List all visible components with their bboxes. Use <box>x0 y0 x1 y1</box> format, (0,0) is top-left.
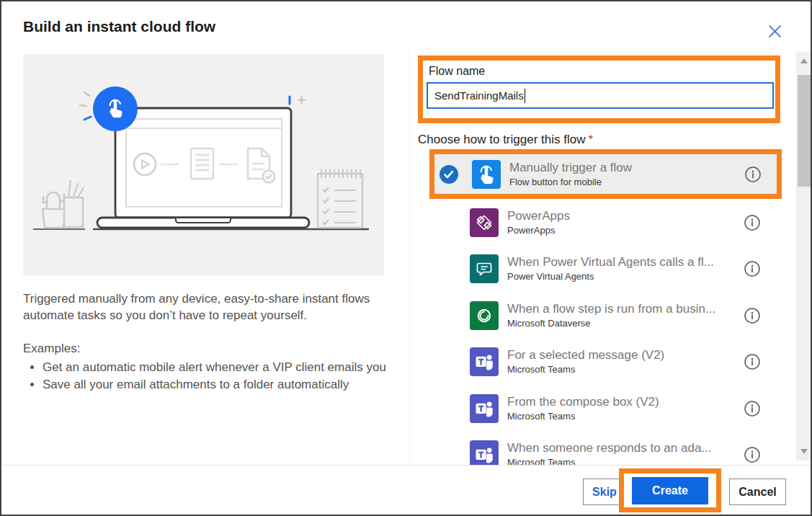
teams-icon <box>470 347 499 376</box>
trigger-list: PowerApps PowerApps When Power Virtual A… <box>434 205 777 465</box>
trigger-subtitle: Power Virtual Agents <box>507 271 714 283</box>
selected-trigger-slot: Manually trigger a flow Flow button for … <box>434 154 777 194</box>
teams-icon <box>470 394 499 423</box>
flow-illustration <box>23 54 384 275</box>
info-icon[interactable] <box>744 354 760 370</box>
trigger-subtitle: Microsoft Teams <box>507 364 664 375</box>
trigger-option[interactable]: PowerApps PowerApps <box>434 205 777 239</box>
selected-check-icon <box>440 165 458 184</box>
scrollbar-track[interactable] <box>796 52 812 461</box>
trigger-subtitle: Microsoft Dataverse <box>507 318 715 329</box>
trigger-title: When someone responds to an ada... <box>507 441 712 455</box>
manual-trigger-tap-icon <box>472 160 501 189</box>
footer-separator <box>1 465 812 466</box>
trigger-option[interactable]: For a selected message (V2) Microsoft Te… <box>434 345 777 379</box>
flow-description-block: Triggered manually from any device, easy… <box>23 291 408 395</box>
close-icon <box>768 25 782 38</box>
trigger-title: When a flow step is run from a busin... <box>507 302 715 316</box>
panel-divider <box>409 52 410 465</box>
trigger-subtitle: Microsoft Teams <box>507 411 659 422</box>
example-item: Get an automatic mobile alert whenever a… <box>43 360 408 376</box>
create-button[interactable]: Create <box>632 477 708 504</box>
flow-name-input[interactable]: SendTrainingMails <box>427 82 774 109</box>
trigger-subtitle: Flow button for mobile <box>509 177 632 188</box>
dataverse-icon <box>470 301 499 330</box>
trigger-option[interactable]: Manually trigger a flow Flow button for … <box>434 154 777 194</box>
text-caret <box>525 89 525 103</box>
powerapps-icon <box>470 208 499 237</box>
info-icon[interactable] <box>744 215 760 231</box>
trigger-title: For a selected message (V2) <box>507 348 664 362</box>
selected-trigger-annotation: Manually trigger a flow Flow button for … <box>429 149 782 199</box>
info-icon[interactable] <box>745 166 761 182</box>
scrollbar-down-arrow[interactable] <box>800 449 808 454</box>
trigger-option[interactable]: When someone responds to an ada... Micro… <box>434 438 777 466</box>
required-marker: * <box>588 133 593 146</box>
create-button-annotation: Create <box>619 468 721 512</box>
power-virtual-agents-chat-icon <box>470 254 499 283</box>
flow-name-label: Flow name <box>429 65 775 78</box>
trigger-title: Manually trigger a flow <box>509 161 632 175</box>
trigger-title: PowerApps <box>507 209 570 223</box>
teams-icon <box>470 440 499 465</box>
example-item: Save all your email attachments to a fol… <box>43 377 408 393</box>
examples-list: Get an automatic mobile alert whenever a… <box>23 360 408 393</box>
flow-description: Triggered manually from any device, easy… <box>23 291 408 324</box>
trigger-title: From the compose box (V2) <box>507 395 659 409</box>
laptop-illustration-icon <box>23 54 384 275</box>
trigger-subtitle: Microsoft Teams <box>507 457 712 465</box>
cancel-button[interactable]: Cancel <box>729 479 786 505</box>
dialog-title: Build an instant cloud flow <box>23 18 215 35</box>
flow-name-annotation: Flow name SendTrainingMails <box>418 55 780 123</box>
info-icon[interactable] <box>744 261 760 277</box>
flow-name-value: SendTrainingMails <box>434 89 524 102</box>
trigger-title: When Power Virtual Agents calls a fl... <box>507 255 714 270</box>
info-icon[interactable] <box>744 447 760 463</box>
trigger-option[interactable]: From the compose box (V2) Microsoft Team… <box>434 391 777 425</box>
trigger-chooser-label: Choose how to trigger this flow* <box>418 133 593 147</box>
build-instant-cloud-flow-dialog: Build an instant cloud flow <box>0 0 812 516</box>
examples-label: Examples: <box>23 341 408 357</box>
trigger-option[interactable]: When Power Virtual Agents calls a fl... … <box>434 252 777 286</box>
trigger-option[interactable]: When a flow step is run from a busin... … <box>434 298 777 332</box>
close-button[interactable] <box>762 19 787 43</box>
trigger-subtitle: PowerApps <box>507 225 570 236</box>
scrollbar-thumb[interactable] <box>798 75 811 187</box>
info-icon[interactable] <box>744 401 760 417</box>
info-icon[interactable] <box>744 308 760 324</box>
scrollbar-up-arrow[interactable] <box>800 58 808 63</box>
